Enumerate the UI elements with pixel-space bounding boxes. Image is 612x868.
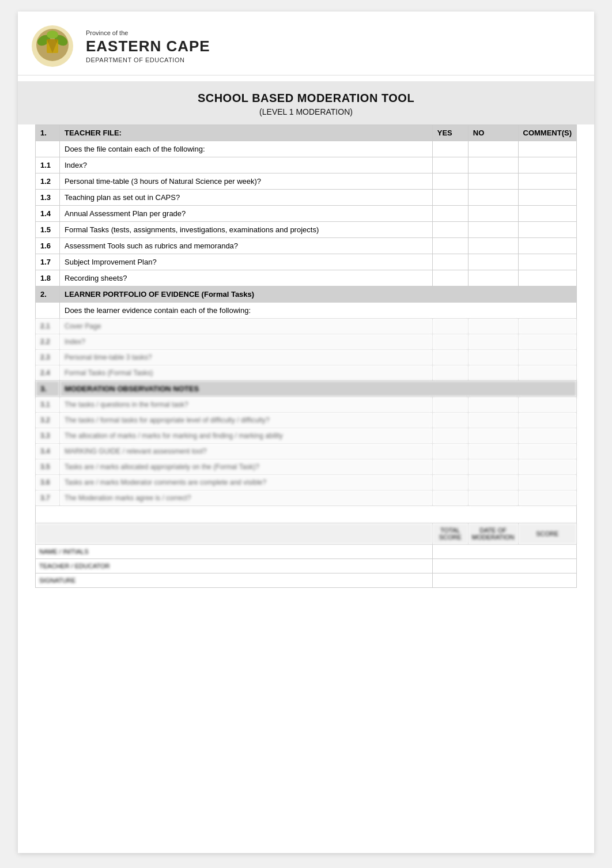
item-3-3-num: 3.3: [36, 428, 60, 444]
item-1-6-comment[interactable]: [518, 238, 577, 254]
eastern-cape-label: EASTERN CAPE: [86, 37, 210, 55]
item-1-7-yes[interactable]: [432, 254, 468, 270]
item-3-1-text: The tasks / questions in the formal task…: [60, 397, 433, 413]
item-3-3-text: The allocation of marks / marks for mark…: [60, 428, 433, 444]
item-1-6-text: Assessment Tools such as rubrics and mem…: [60, 238, 433, 254]
footer-signature-row: SIGNATURE: [36, 573, 577, 588]
item-3-2-num: 3.2: [36, 413, 60, 428]
item-1-8-no[interactable]: [468, 270, 518, 286]
item-1-8-yes[interactable]: [432, 270, 468, 286]
item-1-8-text: Recording sheets?: [60, 270, 433, 286]
item-1-2-yes[interactable]: [432, 173, 468, 190]
comment-col-header: COMMENT(S): [518, 125, 577, 141]
total-score-label: TOTAL SCORE: [432, 523, 468, 545]
item-1-7-comment[interactable]: [518, 254, 577, 270]
table-row-blurred: 3.3 The allocation of marks / marks for …: [36, 428, 577, 444]
table-row: 1.1 Index?: [36, 157, 577, 173]
item-1-2-no[interactable]: [468, 173, 518, 190]
item-1-2-comment[interactable]: [518, 173, 577, 190]
table-row: 1.6 Assessment Tools such as rubrics and…: [36, 238, 577, 254]
item-1-8-comment[interactable]: [518, 270, 577, 286]
item-1-4-yes[interactable]: [432, 206, 468, 222]
item-1-4-num: 1.4: [36, 206, 60, 222]
section3-label: MODERATION OBSERVATION NOTES: [60, 381, 577, 397]
table-row-blurred: 3.6 Tasks are / marks Moderator comments…: [36, 475, 577, 490]
item-1-3-comment[interactable]: [518, 190, 577, 206]
item-2-4-num: 2.4: [36, 365, 60, 381]
title-banner: SCHOOL BASED MODERATION TOOL (LEVEL 1 MO…: [18, 81, 594, 124]
footer-row-0-label: NAME / INITIALS: [36, 545, 433, 559]
table-row: 1.7 Subject Improvement Plan?: [36, 254, 577, 270]
item-1-1-yes[interactable]: [432, 157, 468, 173]
department-label: DEPARTMENT OF EDUCATION: [86, 56, 210, 63]
item-1-5-text: Formal Tasks (tests, assignments, invest…: [60, 222, 433, 238]
item-1-7-num: 1.7: [36, 254, 60, 270]
item-3-5-num: 3.5: [36, 459, 60, 475]
footer-row-2-label: SIGNATURE: [36, 573, 433, 588]
item-2-2-text: Index?: [60, 334, 433, 350]
item-2-1-num: 2.1: [36, 319, 60, 334]
svg-point-4: [47, 31, 58, 39]
item-3-7-num: 3.7: [36, 490, 60, 506]
item-1-6-no[interactable]: [468, 238, 518, 254]
item-1-7-no[interactable]: [468, 254, 518, 270]
date-label: DATE OF MODERATION: [468, 523, 518, 545]
item-1-5-yes[interactable]: [432, 222, 468, 238]
table-row-blurred: 2.1 Cover Page: [36, 319, 577, 334]
title-main: SCHOOL BASED MODERATION TOOL: [198, 92, 414, 105]
section1-header-row: 1. TEACHER FILE: YES NO COMMENT(S): [36, 125, 577, 141]
table-row-blurred: 3.2 The tasks / formal tasks for appropr…: [36, 413, 577, 428]
item-1-4-no[interactable]: [468, 206, 518, 222]
section2-label: LEARNER PORTFOLIO OF EVIDENCE (Formal Ta…: [60, 286, 577, 303]
content: 1. TEACHER FILE: YES NO COMMENT(S) Does …: [18, 124, 594, 588]
item-1-4-text: Annual Assessment Plan per grade?: [60, 206, 433, 222]
item-1-3-no[interactable]: [468, 190, 518, 206]
table-row-blurred: 2.4 Formal Tasks (Formal Tasks): [36, 365, 577, 381]
questions-table: 1. TEACHER FILE: YES NO COMMENT(S) Does …: [35, 124, 577, 588]
item-3-1-num: 3.1: [36, 397, 60, 413]
item-1-6-yes[interactable]: [432, 238, 468, 254]
title-sub: (LEVEL 1 MODERATION): [259, 107, 353, 116]
item-1-2-num: 1.2: [36, 173, 60, 190]
item-1-2-text: Personal time-table (3 hours of Natural …: [60, 173, 433, 190]
item-1-5-num: 1.5: [36, 222, 60, 238]
table-row: 1.8 Recording sheets?: [36, 270, 577, 286]
item-1-4-comment[interactable]: [518, 206, 577, 222]
section1-num: 1.: [36, 125, 60, 141]
section3-header-row-blurred: 3. MODERATION OBSERVATION NOTES: [36, 381, 577, 397]
item-1-8-num: 1.8: [36, 270, 60, 286]
table-row-blurred: 2.3 Personal time-table 3 tasks?: [36, 350, 577, 365]
footer-name-row: NAME / INITIALS: [36, 545, 577, 559]
item-1-5-comment[interactable]: [518, 222, 577, 238]
score-label: SCORE: [518, 523, 577, 545]
spacer-row: [36, 506, 577, 523]
item-3-6-text: Tasks are / marks Moderator comments are…: [60, 475, 433, 490]
item-1-1-no[interactable]: [468, 157, 518, 173]
item-1-3-num: 1.3: [36, 190, 60, 206]
section3-num: 3.: [36, 381, 60, 397]
table-row-blurred: 3.1 The tasks / questions in the formal …: [36, 397, 577, 413]
item-1-3-yes[interactable]: [432, 190, 468, 206]
coat-of-arms-icon: [29, 23, 75, 69]
no-col-header: NO: [468, 125, 518, 141]
table-row: 1.5 Formal Tasks (tests, assignments, in…: [36, 222, 577, 238]
section2-num: 2.: [36, 286, 60, 303]
page: Province of the EASTERN CAPE DEPARTMENT …: [18, 12, 594, 853]
table-row-blurred: 2.2 Index?: [36, 334, 577, 350]
table-row: 1.3 Teaching plan as set out in CAPS?: [36, 190, 577, 206]
item-3-4-text: MARKING GUIDE / relevant assessment tool…: [60, 444, 433, 459]
item-1-5-no[interactable]: [468, 222, 518, 238]
item-2-1-text: Cover Page: [60, 319, 433, 334]
item-1-6-num: 1.6: [36, 238, 60, 254]
item-3-4-num: 3.4: [36, 444, 60, 459]
table-row-blurred: 3.7 The Moderation marks agree is / corr…: [36, 490, 577, 506]
item-2-2-num: 2.2: [36, 334, 60, 350]
section2-intro: Does the learner evidence contain each o…: [60, 303, 577, 319]
item-3-5-text: Tasks are / marks allocated appropriatel…: [60, 459, 433, 475]
item-2-3-num: 2.3: [36, 350, 60, 365]
item-3-6-num: 3.6: [36, 475, 60, 490]
section1-intro: Does the file contain each of the follow…: [60, 141, 433, 157]
item-1-1-comment[interactable]: [518, 157, 577, 173]
section1-intro-row: Does the file contain each of the follow…: [36, 141, 577, 157]
logo-area: [29, 23, 75, 69]
